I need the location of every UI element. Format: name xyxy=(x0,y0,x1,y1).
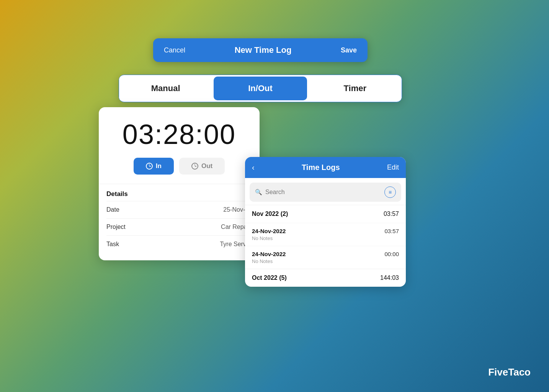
project-row[interactable]: Project Car Repairi xyxy=(106,218,252,235)
clock-in-icon xyxy=(146,163,153,170)
search-icon: 🔍 xyxy=(255,189,262,196)
search-input[interactable] xyxy=(265,189,381,196)
log-item-1[interactable]: 24-Nov-2022 No Notes 03:57 xyxy=(245,223,406,246)
save-button[interactable]: Save xyxy=(341,46,357,54)
log-item-2-time: 00:00 xyxy=(384,251,399,257)
task-row[interactable]: Task Tyre Servici xyxy=(106,235,252,253)
details-title: Details xyxy=(106,190,252,198)
filter-icon[interactable]: ≡ xyxy=(384,186,396,198)
mode-selector: Manual In/Out Timer xyxy=(119,75,402,102)
group-nov-label: Nov 2022 (2) xyxy=(252,211,288,217)
branding: FiveTaco xyxy=(488,366,531,378)
log-item-1-info: 24-Nov-2022 No Notes xyxy=(252,228,286,241)
search-bar: 🔍 ≡ xyxy=(250,183,401,202)
group-oct-label: Oct 2022 (5) xyxy=(252,274,287,281)
manual-mode-button[interactable]: Manual xyxy=(119,77,212,100)
group-nov-2022[interactable]: Nov 2022 (2) 03:57 xyxy=(245,205,406,223)
date-label: Date xyxy=(106,206,119,213)
group-oct-time: 144:03 xyxy=(380,274,399,281)
group-oct-2022[interactable]: Oct 2022 (5) 144:03 xyxy=(245,269,406,287)
log-item-2-date: 24-Nov-2022 xyxy=(252,251,286,257)
log-item-1-time: 03:57 xyxy=(384,228,399,234)
time-log-form: 03:28:00 In Out Details Date 25-Nov-20 P… xyxy=(99,107,260,260)
log-item-2-notes: No Notes xyxy=(252,258,286,264)
details-section: Details Date 25-Nov-20 Project Car Repai… xyxy=(99,184,260,253)
cancel-button[interactable]: Cancel xyxy=(164,46,185,54)
header-title: New Time Log xyxy=(235,45,292,55)
new-time-log-header: Cancel New Time Log Save xyxy=(153,38,368,62)
clock-out-icon xyxy=(191,163,198,170)
project-label: Project xyxy=(106,224,126,230)
timer-mode-button[interactable]: Timer xyxy=(309,77,402,100)
in-button[interactable]: In xyxy=(134,158,174,175)
brand-taco: Taco xyxy=(508,366,531,378)
log-item-2-info: 24-Nov-2022 No Notes xyxy=(252,251,286,264)
timer-display: 03:28:00 xyxy=(99,107,260,158)
timelogs-title: Time Logs xyxy=(302,163,340,172)
log-item-2[interactable]: 24-Nov-2022 No Notes 00:00 xyxy=(245,246,406,269)
back-button[interactable]: ‹ xyxy=(252,163,255,172)
edit-button[interactable]: Edit xyxy=(387,163,399,172)
out-label: Out xyxy=(201,162,212,170)
brand-five: Five xyxy=(488,366,508,378)
date-row[interactable]: Date 25-Nov-20 xyxy=(106,201,252,218)
in-label: In xyxy=(156,162,162,170)
in-out-row: In Out xyxy=(99,158,260,184)
time-logs-panel: ‹ Time Logs Edit 🔍 ≡ Nov 2022 (2) 03:57 … xyxy=(245,157,406,287)
timelogs-header: ‹ Time Logs Edit xyxy=(245,157,406,178)
log-item-1-date: 24-Nov-2022 xyxy=(252,228,286,234)
inout-mode-button[interactable]: In/Out xyxy=(214,77,307,100)
group-nov-time: 03:57 xyxy=(384,211,399,217)
task-label: Task xyxy=(106,241,119,248)
log-item-1-notes: No Notes xyxy=(252,235,286,241)
out-button[interactable]: Out xyxy=(179,158,225,175)
